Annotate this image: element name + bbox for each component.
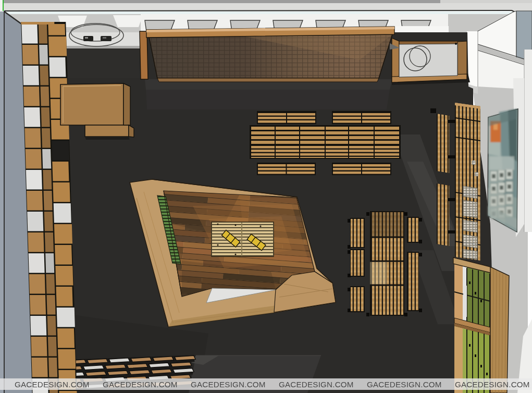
svg-text:GACEDESIGN.COM: GACEDESIGN.COM	[103, 380, 178, 389]
svg-text:GACEDESIGN.COM: GACEDESIGN.COM	[455, 380, 530, 389]
svg-text:GACEDESIGN.COM: GACEDESIGN.COM	[279, 380, 354, 389]
svg-text:GACEDESIGN.COM: GACEDESIGN.COM	[191, 380, 266, 389]
svg-text:GACEDESIGN.COM: GACEDESIGN.COM	[367, 380, 442, 389]
svg-text:GACEDESIGN.COM: GACEDESIGN.COM	[15, 380, 90, 389]
